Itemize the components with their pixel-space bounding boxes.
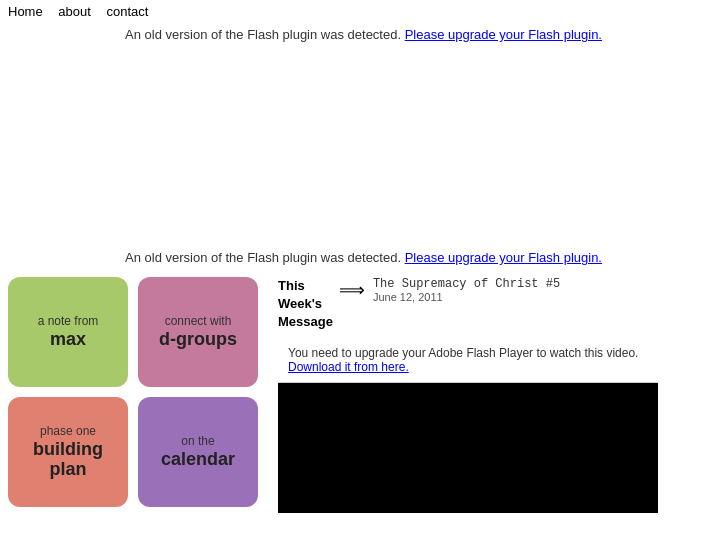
nav-home[interactable]: Home — [8, 4, 43, 19]
empty-space — [0, 46, 727, 246]
video-area: You need to upgrade your Adobe Flash Pla… — [278, 338, 658, 508]
nav-contact[interactable]: contact — [106, 4, 148, 19]
connect-dgroups-box[interactable]: connect with d-groups — [138, 277, 258, 387]
note-from-max-main-label: max — [50, 330, 86, 350]
flash-upgrade-link-2[interactable]: Please upgrade your Flash plugin. — [405, 250, 602, 265]
upgrade-notice-text: You need to upgrade your Adobe Flash Pla… — [288, 346, 638, 360]
main-content: a note from max connect with d-groups ph… — [0, 277, 727, 508]
flash-warning-1: An old version of the Flash plugin was d… — [0, 23, 727, 46]
this-week-label: ThisWeek'sMessage — [278, 277, 333, 332]
note-from-max-box[interactable]: a note from max — [8, 277, 128, 387]
weekly-message-panel: ThisWeek'sMessage ⟹ The Supremacy of Chr… — [278, 277, 658, 508]
calendar-top-label: on the — [181, 434, 214, 448]
upgrade-notice: You need to upgrade your Adobe Flash Pla… — [278, 338, 658, 383]
upgrade-notice-link[interactable]: Download it from here. — [288, 360, 409, 374]
box-grid: a note from max connect with d-groups ph… — [8, 277, 258, 507]
message-title: The Supremacy of Christ #5 — [373, 277, 560, 291]
message-date: June 12, 2011 — [373, 291, 560, 303]
building-plan-box[interactable]: phase one buildingplan — [8, 397, 128, 507]
flash-warning-2: An old version of the Flash plugin was d… — [0, 246, 727, 269]
video-black-area — [278, 383, 658, 513]
connect-dgroups-top-label: connect with — [165, 314, 232, 328]
flash-upgrade-link-1[interactable]: Please upgrade your Flash plugin. — [405, 27, 602, 42]
arrow-icon: ⟹ — [339, 279, 365, 301]
calendar-box[interactable]: on the calendar — [138, 397, 258, 507]
note-from-max-top-label: a note from — [38, 314, 99, 328]
nav-bar: Home about contact — [0, 0, 727, 23]
message-info: The Supremacy of Christ #5 June 12, 2011 — [373, 277, 560, 303]
building-plan-top-label: phase one — [40, 424, 96, 438]
calendar-main-label: calendar — [161, 450, 235, 470]
nav-about[interactable]: about — [58, 4, 91, 19]
weekly-header: ThisWeek'sMessage ⟹ The Supremacy of Chr… — [278, 277, 658, 332]
building-plan-main-label: buildingplan — [33, 440, 103, 480]
connect-dgroups-main-label: d-groups — [159, 330, 237, 350]
